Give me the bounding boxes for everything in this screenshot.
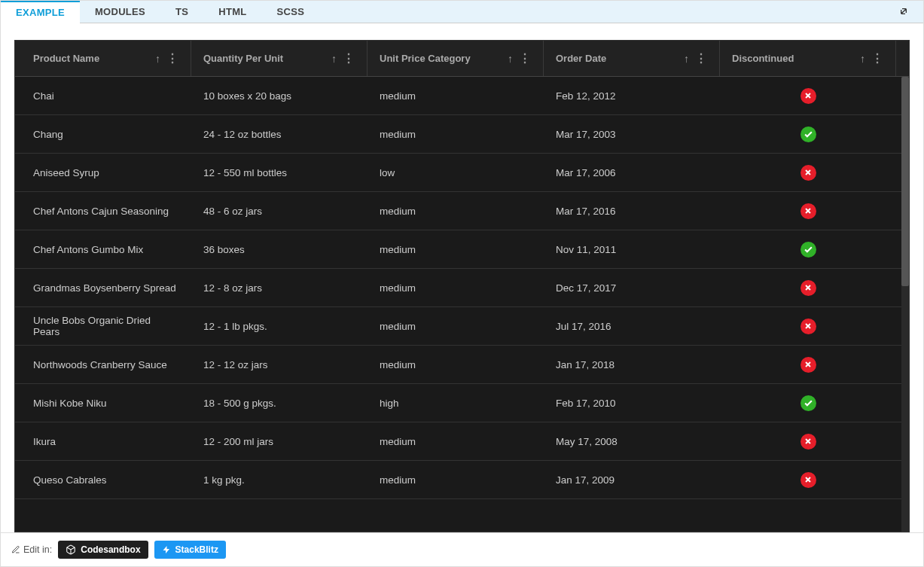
cell-name: Chang (15, 115, 191, 153)
tab-scss[interactable]: SCSS (262, 1, 320, 23)
cell-qty: 1 kg pkg. (191, 461, 367, 498)
cross-icon (800, 472, 816, 488)
cell-name: Mishi Kobe Niku (15, 384, 191, 422)
cross-icon (800, 357, 816, 373)
column-header-col-date[interactable]: Order Date↑⋮ (544, 41, 720, 76)
table-row[interactable]: Queso Cabrales1 kg pkg.mediumJan 17, 200… (15, 461, 909, 499)
column-label: Discontinued (732, 53, 860, 64)
cell-date: Feb 12, 2012 (544, 77, 720, 114)
cell-qty: 12 - 12 oz jars (191, 346, 367, 383)
cell-discontinued (720, 346, 896, 383)
sort-arrow-icon[interactable]: ↑ (860, 53, 865, 65)
cell-name: Chef Antons Gumbo Mix (15, 230, 191, 268)
column-menu-icon[interactable]: ⋮ (871, 53, 883, 65)
cell-name: Grandmas Boysenberry Spread (15, 269, 191, 306)
cell-date: Jul 17, 2016 (544, 307, 720, 345)
cell-price: medium (367, 307, 544, 345)
cross-icon (800, 165, 816, 181)
tab-modules[interactable]: MODULES (80, 1, 160, 23)
column-menu-icon[interactable]: ⋮ (166, 53, 178, 65)
cell-qty: 12 - 200 ml jars (191, 422, 367, 460)
stackblitz-button[interactable]: StackBlitz (154, 541, 226, 559)
cell-discontinued (720, 384, 896, 422)
table-row[interactable]: Uncle Bobs Organic Dried Pears12 - 1 lb … (15, 307, 909, 346)
tab-html[interactable]: HTML (203, 1, 261, 23)
table-row[interactable]: Mishi Kobe Niku18 - 500 g pkgs.highFeb 1… (15, 384, 909, 422)
column-header-col-disc[interactable]: Discontinued↑⋮ (720, 41, 896, 76)
scrollbar-thumb[interactable] (901, 77, 909, 286)
cell-name: Northwoods Cranberry Sauce (15, 346, 191, 383)
column-label: Quantity Per Unit (203, 53, 331, 64)
column-menu-icon[interactable]: ⋮ (519, 53, 531, 65)
tab-example[interactable]: EXAMPLE (1, 1, 80, 23)
column-header-col-qty[interactable]: Quantity Per Unit↑⋮ (191, 41, 367, 76)
tab-ts[interactable]: TS (160, 1, 203, 23)
cell-name: Aniseed Syrup (15, 154, 191, 191)
sort-arrow-icon[interactable]: ↑ (684, 53, 689, 65)
table-row[interactable]: Aniseed Syrup12 - 550 ml bottleslowMar 1… (15, 154, 909, 192)
check-icon (800, 395, 816, 411)
table-row[interactable]: Grandmas Boysenberry Spread12 - 8 oz jar… (15, 269, 909, 307)
cell-discontinued (720, 269, 896, 306)
cell-date: Feb 17, 2010 (544, 384, 720, 422)
table-row[interactable]: Northwoods Cranberry Sauce12 - 12 oz jar… (15, 346, 909, 384)
cell-discontinued (720, 461, 896, 498)
cell-price: medium (367, 77, 544, 114)
cell-name: Ikura (15, 422, 191, 460)
cell-date: Nov 11, 2011 (544, 230, 720, 268)
tabs-bar: EXAMPLEMODULESTSHTMLSCSS (1, 1, 923, 23)
column-header-col-price[interactable]: Unit Price Category↑⋮ (367, 41, 544, 76)
cell-qty: 24 - 12 oz bottles (191, 115, 367, 153)
cell-date: Mar 17, 2003 (544, 115, 720, 153)
edit-in-label: Edit in: (11, 544, 52, 555)
cell-name: Queso Cabrales (15, 461, 191, 498)
codesandbox-button[interactable]: Codesandbox (58, 541, 148, 559)
grid-body: Chai10 boxes x 20 bagsmediumFeb 12, 2012… (15, 77, 909, 532)
cell-price: medium (367, 230, 544, 268)
cross-icon (800, 319, 816, 334)
cell-date: May 17, 2008 (544, 422, 720, 460)
cell-discontinued (720, 77, 896, 114)
cell-price: medium (367, 461, 544, 498)
cell-qty: 12 - 1 lb pkgs. (191, 307, 367, 345)
cell-qty: 36 boxes (191, 230, 367, 268)
sort-arrow-icon[interactable]: ↑ (508, 53, 513, 65)
data-grid: Product Name↑⋮Quantity Per Unit↑⋮Unit Pr… (14, 40, 910, 532)
cell-discontinued (720, 192, 896, 230)
grid-header: Product Name↑⋮Quantity Per Unit↑⋮Unit Pr… (15, 41, 909, 77)
cell-qty: 12 - 550 ml bottles (191, 154, 367, 191)
cell-discontinued (720, 115, 896, 153)
cross-icon (800, 280, 816, 296)
expand-icon[interactable] (898, 5, 910, 20)
cell-qty: 18 - 500 g pkgs. (191, 384, 367, 422)
sort-arrow-icon[interactable]: ↑ (155, 53, 160, 65)
cell-date: Dec 17, 2017 (544, 269, 720, 306)
cell-price: low (367, 154, 544, 191)
scrollbar-track[interactable] (901, 77, 909, 532)
check-icon (800, 127, 816, 142)
content-area: Product Name↑⋮Quantity Per Unit↑⋮Unit Pr… (1, 23, 923, 532)
cell-price: medium (367, 115, 544, 153)
cell-discontinued (720, 230, 896, 268)
column-header-col-name[interactable]: Product Name↑⋮ (15, 41, 191, 76)
cell-discontinued (720, 422, 896, 460)
cross-icon (800, 434, 816, 450)
cell-date: Jan 17, 2009 (544, 461, 720, 498)
column-label: Order Date (556, 53, 684, 64)
table-row[interactable]: Chang24 - 12 oz bottlesmediumMar 17, 200… (15, 115, 909, 154)
cell-price: medium (367, 269, 544, 306)
cell-price: medium (367, 346, 544, 383)
table-row[interactable]: Chef Antons Gumbo Mix36 boxesmediumNov 1… (15, 230, 909, 269)
cell-price: high (367, 384, 544, 422)
cell-price: medium (367, 192, 544, 230)
table-row[interactable]: Ikura12 - 200 ml jarsmediumMay 17, 2008 (15, 422, 909, 461)
sort-arrow-icon[interactable]: ↑ (331, 53, 337, 65)
check-icon (800, 242, 816, 258)
cell-qty: 12 - 8 oz jars (191, 269, 367, 306)
column-label: Unit Price Category (380, 53, 508, 64)
table-row[interactable]: Chef Antons Cajun Seasoning48 - 6 oz jar… (15, 192, 909, 230)
footer-bar: Edit in: Codesandbox StackBlitz (1, 532, 923, 566)
column-menu-icon[interactable]: ⋮ (695, 53, 707, 65)
table-row[interactable]: Chai10 boxes x 20 bagsmediumFeb 12, 2012 (15, 77, 909, 115)
column-menu-icon[interactable]: ⋮ (343, 53, 355, 65)
